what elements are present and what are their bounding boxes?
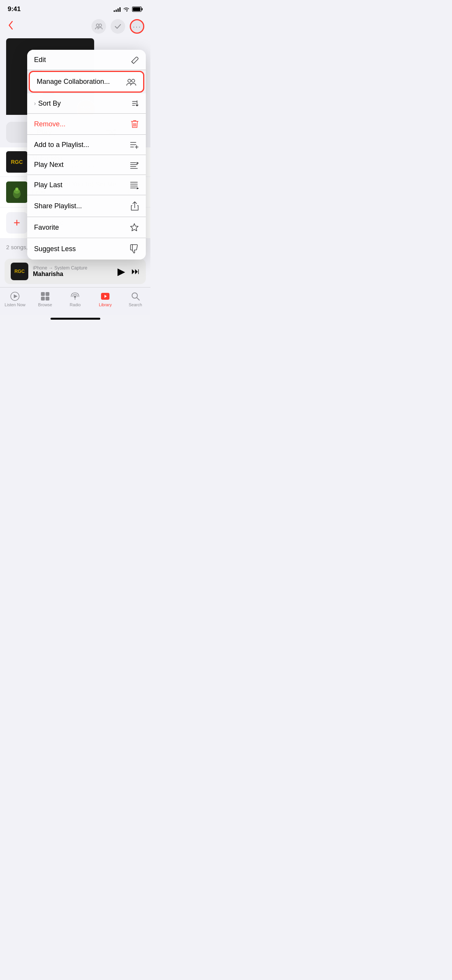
tab-radio-label: Radio xyxy=(70,302,81,307)
add-icon-box: + xyxy=(6,212,28,234)
more-button[interactable]: ··· xyxy=(130,19,144,34)
header-actions: ··· xyxy=(91,19,144,34)
add-playlist-icon xyxy=(130,140,139,149)
tab-library[interactable]: Library xyxy=(90,291,121,307)
menu-play-last-label: Play Last xyxy=(34,181,62,189)
tab-radio[interactable]: Radio xyxy=(60,291,90,307)
mini-controls: ▶ ⏭ xyxy=(117,266,140,278)
menu-share-label: Share Playlist... xyxy=(34,202,82,210)
thumbs-down-icon xyxy=(130,244,139,254)
status-bar: 9:41 xyxy=(0,0,150,15)
trash-icon xyxy=(131,119,139,129)
tab-browse[interactable]: Browse xyxy=(30,291,60,307)
edit-icon xyxy=(131,56,139,64)
svg-marker-34 xyxy=(137,162,139,164)
play-next-icon xyxy=(130,161,139,169)
svg-rect-13 xyxy=(41,297,45,301)
mini-player-caption: iPhone → System Capture xyxy=(33,265,113,271)
menu-item-add-playlist[interactable]: Add to a Playlist... xyxy=(27,135,146,155)
home-bar xyxy=(51,318,100,320)
add-plus-icon: + xyxy=(13,217,20,229)
sort-arrow: › xyxy=(34,100,36,106)
tab-listen-now[interactable]: Listen Now xyxy=(0,291,30,307)
collaborate-button[interactable] xyxy=(91,19,106,34)
status-time: 9:41 xyxy=(8,5,21,13)
song-art-maharisha: RGC xyxy=(6,151,28,173)
svg-rect-11 xyxy=(41,292,45,296)
svg-rect-1 xyxy=(142,8,143,10)
tab-listen-now-label: Listen Now xyxy=(5,302,25,307)
svg-point-21 xyxy=(132,79,135,82)
svg-marker-10 xyxy=(14,294,18,298)
status-icons xyxy=(114,7,143,12)
menu-item-play-next[interactable]: Play Next xyxy=(27,155,146,175)
menu-remove-label: Remove... xyxy=(34,120,65,128)
mini-player-info: iPhone → System Capture Maharisha xyxy=(33,265,113,278)
browse-icon xyxy=(40,291,50,301)
tab-library-label: Library xyxy=(99,302,112,307)
mini-player-art: RGC xyxy=(11,263,28,280)
menu-suggest-less-label: Suggest Less xyxy=(34,245,76,253)
home-indicator xyxy=(0,315,150,321)
tab-bar: Listen Now Browse Radio Library Sear xyxy=(0,287,150,315)
radio-icon xyxy=(70,291,80,301)
library-icon xyxy=(100,291,110,301)
mini-player[interactable]: RGC iPhone → System Capture Maharisha ▶ … xyxy=(5,259,146,284)
sort-icon xyxy=(131,99,139,108)
signal-icon xyxy=(114,7,121,12)
tab-search[interactable]: Search xyxy=(120,291,150,307)
grinder-art xyxy=(10,185,24,199)
menu-item-play-last[interactable]: Play Last xyxy=(27,175,146,195)
menu-sort-label: Sort By xyxy=(38,100,61,108)
dropdown-menu: Edit Manage Collaboration... › Sort By xyxy=(27,50,146,260)
tab-search-label: Search xyxy=(129,302,142,307)
svg-point-8 xyxy=(15,188,18,191)
manage-collab-icon xyxy=(126,78,136,86)
svg-point-4 xyxy=(99,24,102,27)
mini-play-button[interactable]: ▶ xyxy=(117,266,125,278)
svg-marker-39 xyxy=(137,187,139,189)
menu-item-sort-by[interactable]: › Sort By xyxy=(27,93,146,114)
header-nav: ··· xyxy=(0,15,150,38)
mini-forward-button[interactable]: ⏭ xyxy=(131,266,140,276)
star-icon xyxy=(130,223,139,232)
svg-rect-12 xyxy=(46,292,49,296)
menu-item-favorite[interactable]: Favorite xyxy=(27,217,146,238)
menu-item-remove[interactable]: Remove... xyxy=(27,114,146,135)
battery-icon xyxy=(132,7,143,12)
menu-play-next-label: Play Next xyxy=(34,161,64,169)
play-last-icon xyxy=(130,181,139,189)
svg-point-3 xyxy=(96,24,99,27)
svg-point-20 xyxy=(128,79,131,82)
menu-favorite-label: Favorite xyxy=(34,224,59,232)
listen-now-icon xyxy=(10,291,20,301)
song-art-grinderman xyxy=(6,181,28,203)
search-icon xyxy=(131,291,140,301)
menu-item-suggest-less[interactable]: Suggest Less xyxy=(27,238,146,260)
menu-add-playlist-label: Add to a Playlist... xyxy=(34,141,89,149)
sort-by-with-arrow: › Sort By xyxy=(34,100,61,108)
svg-line-19 xyxy=(137,298,139,301)
menu-item-manage-collab[interactable]: Manage Collaboration... xyxy=(29,71,144,93)
mini-player-song: Maharisha xyxy=(33,271,113,278)
svg-rect-14 xyxy=(46,297,49,301)
share-icon xyxy=(131,201,139,211)
menu-edit-label: Edit xyxy=(34,56,46,64)
svg-rect-2 xyxy=(133,7,140,11)
menu-manage-collab-label: Manage Collaboration... xyxy=(37,78,110,86)
menu-item-edit[interactable]: Edit xyxy=(27,50,146,70)
back-button[interactable] xyxy=(6,18,15,34)
tab-browse-label: Browse xyxy=(38,302,52,307)
wifi-icon xyxy=(123,7,130,12)
checkmark-button[interactable] xyxy=(111,19,125,34)
svg-point-15 xyxy=(74,296,76,298)
menu-item-share-playlist[interactable]: Share Playlist... xyxy=(27,195,146,217)
